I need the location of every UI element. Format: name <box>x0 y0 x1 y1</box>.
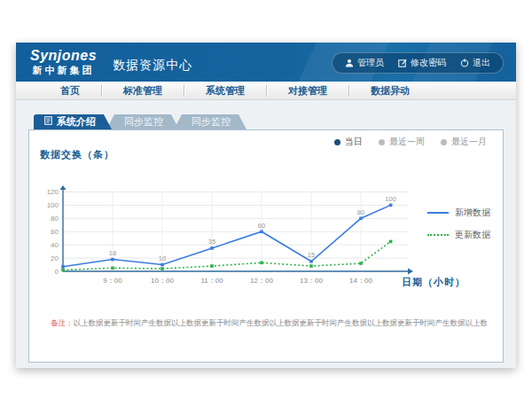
tab-label: 同步监控 <box>192 114 231 129</box>
app-header: Synjones 新中新集团 数据资源中心 管理员 修改密码 <box>16 43 516 82</box>
logout-label: 退出 <box>473 57 490 69</box>
user-toolbar: 管理员 修改密码 退出 <box>332 52 504 74</box>
legend-item-updated-data: 更新数据 <box>427 229 490 241</box>
logo-text-cn: 新中新集团 <box>30 66 97 75</box>
time-range-filter: 当日 最近一周 最近一月 <box>334 136 487 148</box>
company-logo: Synjones 新中新集团 <box>30 49 97 75</box>
range-option-label: 当日 <box>345 136 363 148</box>
svg-text:15: 15 <box>308 251 315 259</box>
user-icon <box>345 59 354 67</box>
svg-text:35: 35 <box>208 238 215 246</box>
svg-text:40: 40 <box>51 241 59 249</box>
legend-label: 更新数据 <box>455 229 490 241</box>
svg-text:18: 18 <box>109 249 116 257</box>
line-chart: 0204060801001209：0010：0011：0012：0013：001… <box>36 180 435 293</box>
svg-text:100: 100 <box>385 195 396 203</box>
power-icon <box>460 59 469 67</box>
page: Synjones 新中新集团 数据资源中心 管理员 修改密码 <box>0 0 532 399</box>
svg-text:9：00: 9：00 <box>103 277 122 285</box>
range-option-today[interactable]: 当日 <box>334 136 363 148</box>
svg-text:20: 20 <box>51 254 59 262</box>
tab-system-intro[interactable]: 系统介绍 <box>34 114 112 129</box>
current-user-label: 管理员 <box>357 57 384 69</box>
svg-text:0: 0 <box>55 268 59 276</box>
svg-text:60: 60 <box>51 228 59 236</box>
svg-text:14：00: 14：00 <box>349 277 372 285</box>
footnote-prefix: 备注： <box>51 318 74 327</box>
logo-text-en: Synjones <box>30 49 97 63</box>
document-icon <box>44 114 52 129</box>
edit-icon <box>398 59 407 67</box>
x-axis-title: 日期（小时） <box>402 276 466 289</box>
legend-item-new-data: 新增数据 <box>427 207 490 219</box>
radio-dot-icon <box>334 139 340 145</box>
range-option-last-week[interactable]: 最近一周 <box>379 136 425 148</box>
dotted-line-swatch-icon <box>427 234 449 236</box>
svg-text:100: 100 <box>47 201 59 209</box>
tab-sync-monitor-1[interactable]: 同步监控 <box>106 114 179 129</box>
nav-item-standards[interactable]: 标准管理 <box>102 82 184 99</box>
range-option-label: 最近一月 <box>451 136 487 148</box>
nav-item-interfacing[interactable]: 对接管理 <box>267 82 348 99</box>
solid-line-swatch-icon <box>427 212 449 214</box>
tab-label: 同步监控 <box>124 114 163 129</box>
nav-item-home[interactable]: 首页 <box>39 82 101 99</box>
svg-text:120: 120 <box>47 188 59 196</box>
change-password-label: 修改密码 <box>411 57 446 69</box>
content-area: 系统介绍 同步监控 同步监控 当日 最近一周 <box>16 100 516 368</box>
y-axis-title: 数据交换（条） <box>40 148 114 161</box>
app-window: Synjones 新中新集团 数据资源中心 管理员 修改密码 <box>16 43 516 368</box>
svg-text:80: 80 <box>357 208 364 216</box>
svg-text:60: 60 <box>258 222 265 230</box>
page-title: 数据资源中心 <box>113 58 192 74</box>
footnote: 备注：以上数据更新于时间产生数据以上数据更新于时间产生数据以上数据更新于时间产生… <box>51 318 487 329</box>
legend-label: 新增数据 <box>455 207 490 219</box>
svg-text:80: 80 <box>51 215 59 223</box>
tab-bar: 系统介绍 同步监控 同步监控 <box>34 114 504 129</box>
footnote-body: 以上数据更新于时间产生数据以上数据更新于时间产生数据以上数据更新于时间产生数据以… <box>74 318 488 327</box>
series-legend: 新增数据 更新数据 <box>427 207 490 241</box>
chart-svg: 0204060801001209：0010：0011：0012：0013：001… <box>36 180 435 293</box>
svg-text:13：00: 13：00 <box>300 277 323 285</box>
svg-text:11：00: 11：00 <box>200 277 223 285</box>
logout-button[interactable]: 退出 <box>460 57 490 69</box>
svg-text:10：00: 10：00 <box>151 277 174 285</box>
main-nav: 首页 标准管理 系统管理 对接管理 数据异动 <box>16 82 516 100</box>
range-option-label: 最近一周 <box>389 136 425 148</box>
chart-panel: 当日 最近一周 最近一月 数据交换（条） 0204060801001209：00… <box>28 129 504 363</box>
radio-dot-icon <box>441 139 447 145</box>
range-option-last-month[interactable]: 最近一月 <box>441 136 487 148</box>
change-password-button[interactable]: 修改密码 <box>398 57 446 69</box>
svg-text:12：00: 12：00 <box>250 277 273 285</box>
nav-item-data-changes[interactable]: 数据异动 <box>349 82 431 99</box>
current-user[interactable]: 管理员 <box>345 57 384 69</box>
svg-text:10: 10 <box>159 254 166 262</box>
tab-sync-monitor-2[interactable]: 同步监控 <box>174 114 246 129</box>
radio-dot-icon <box>379 139 385 145</box>
nav-item-system[interactable]: 系统管理 <box>184 82 266 99</box>
tab-label: 系统介绍 <box>57 114 96 129</box>
